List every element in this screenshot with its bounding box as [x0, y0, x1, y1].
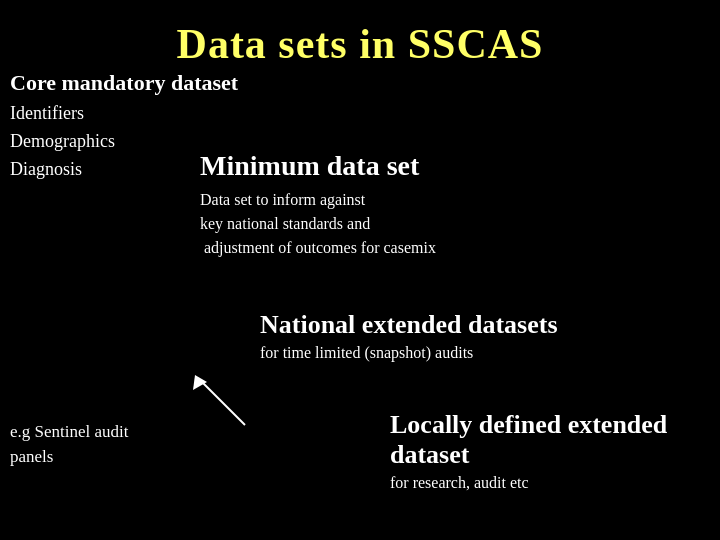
- core-mandatory-label: Core mandatory dataset: [10, 70, 238, 96]
- locally-body: for research, audit etc: [390, 474, 700, 492]
- sentinel-text: e.g Sentinel auditpanels: [10, 420, 185, 469]
- arrow-area: [185, 370, 265, 430]
- locally-box: Locally defined extendeddataset for rese…: [390, 410, 700, 492]
- svg-marker-1: [193, 375, 207, 390]
- list-item-identifiers: Identifiers: [10, 100, 238, 128]
- sentinel-box: e.g Sentinel auditpanels: [10, 420, 185, 469]
- locally-title: Locally defined extendeddataset: [390, 410, 700, 470]
- min-dataset-box: Minimum data set Data set to inform agai…: [200, 150, 500, 260]
- national-body: for time limited (snapshot) audits: [260, 344, 620, 362]
- slide: Data sets in SSCAS Core mandatory datase…: [0, 0, 720, 540]
- main-title: Data sets in SSCAS: [30, 20, 690, 68]
- national-box: National extended datasets for time limi…: [260, 310, 620, 362]
- national-title: National extended datasets: [260, 310, 620, 340]
- min-dataset-title: Minimum data set: [200, 150, 500, 182]
- arrow-icon: [185, 370, 265, 430]
- svg-line-0: [200, 380, 245, 425]
- min-dataset-body: Data set to inform againstkey national s…: [200, 188, 500, 260]
